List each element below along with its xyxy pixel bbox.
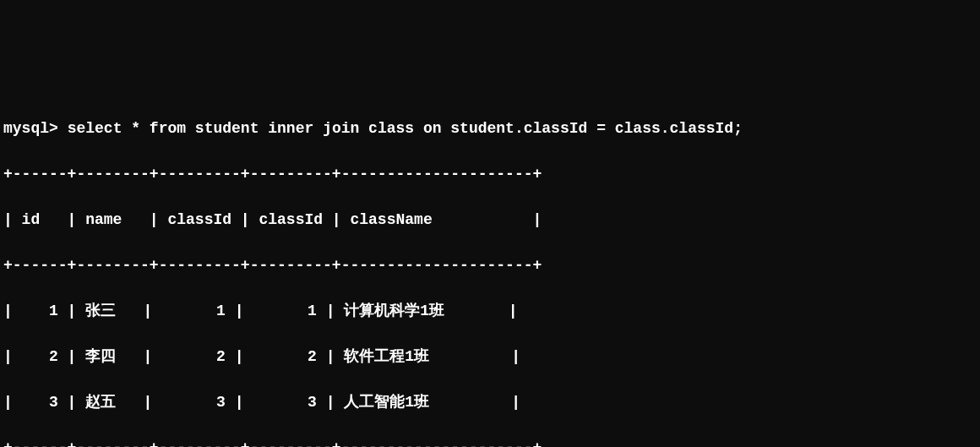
query-line-1: mysql> select * from student inner join … — [3, 117, 977, 140]
table-row: | 2 | 李四 | 2 | 2 | 软件工程1班 | — [3, 346, 977, 368]
table-border-top-1: +------+--------+---------+---------+---… — [3, 163, 977, 186]
table-row: | 1 | 张三 | 1 | 1 | 计算机科学1班 | — [3, 300, 977, 323]
mysql-prompt: mysql> — [3, 120, 58, 137]
table-row: | 3 | 赵五 | 3 | 3 | 人工智能1班 | — [3, 391, 977, 414]
mysql-terminal: mysql> select * from student inner join … — [3, 95, 977, 447]
table-header-1: | id | name | classId | classId | classN… — [3, 209, 977, 232]
table-border-bottom-1: +------+--------+---------+---------+---… — [3, 437, 977, 447]
table-border-mid-1: +------+--------+---------+---------+---… — [3, 254, 977, 277]
sql-query-1: select * from student inner join class o… — [68, 120, 743, 137]
